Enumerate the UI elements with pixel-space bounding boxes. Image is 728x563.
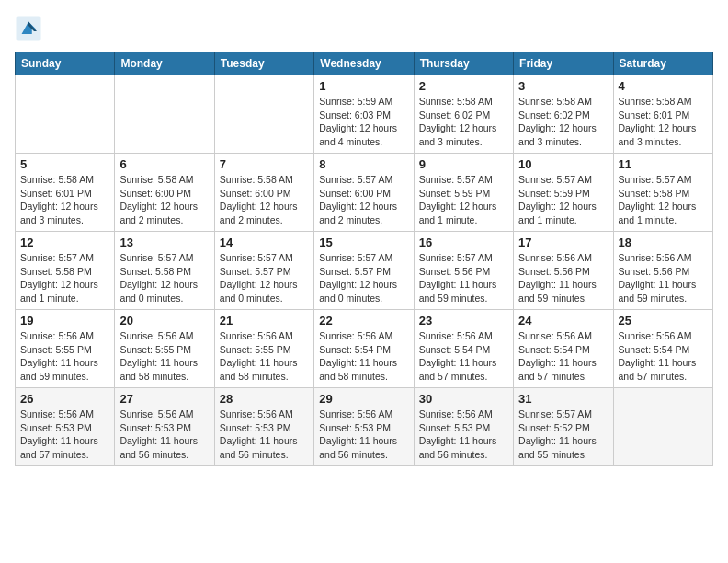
calendar-cell: 16Sunrise: 5:57 AM Sunset: 5:56 PM Dayli… — [414, 232, 513, 310]
day-info: Sunrise: 5:56 AM Sunset: 5:54 PM Dayligh… — [518, 329, 608, 384]
calendar-cell: 2Sunrise: 5:58 AM Sunset: 6:02 PM Daylig… — [414, 75, 513, 154]
logo-icon — [15, 15, 42, 42]
calendar-cell: 1Sunrise: 5:59 AM Sunset: 6:03 PM Daylig… — [314, 75, 414, 154]
calendar-week-1: 1Sunrise: 5:59 AM Sunset: 6:03 PM Daylig… — [16, 75, 713, 154]
calendar-week-3: 12Sunrise: 5:57 AM Sunset: 5:58 PM Dayli… — [16, 232, 713, 310]
calendar-cell: 9Sunrise: 5:57 AM Sunset: 5:59 PM Daylig… — [414, 154, 513, 232]
calendar-cell: 22Sunrise: 5:56 AM Sunset: 5:54 PM Dayli… — [314, 310, 414, 388]
day-number: 31 — [518, 392, 608, 406]
day-number: 27 — [119, 392, 209, 406]
day-number: 19 — [20, 314, 109, 327]
day-number: 20 — [119, 314, 209, 327]
day-info: Sunrise: 5:56 AM Sunset: 5:54 PM Dayligh… — [619, 329, 708, 384]
calendar-cell: 4Sunrise: 5:58 AM Sunset: 6:01 PM Daylig… — [613, 75, 712, 154]
day-number: 17 — [518, 236, 608, 249]
day-number: 16 — [419, 236, 508, 249]
day-number: 25 — [619, 314, 708, 327]
calendar-table: SundayMondayTuesdayWednesdayThursdayFrid… — [15, 52, 713, 466]
calendar-cell: 19Sunrise: 5:56 AM Sunset: 5:55 PM Dayli… — [16, 310, 115, 388]
weekday-header-friday: Friday — [514, 52, 613, 75]
day-info: Sunrise: 5:56 AM Sunset: 5:56 PM Dayligh… — [619, 251, 708, 305]
day-number: 22 — [319, 314, 408, 327]
day-number: 24 — [518, 314, 608, 327]
page-header — [15, 15, 713, 42]
weekday-header-tuesday: Tuesday — [214, 52, 313, 75]
day-info: Sunrise: 5:57 AM Sunset: 5:52 PM Dayligh… — [518, 408, 608, 462]
day-info: Sunrise: 5:58 AM Sunset: 6:01 PM Dayligh… — [619, 95, 708, 149]
calendar-cell: 13Sunrise: 5:57 AM Sunset: 5:58 PM Dayli… — [115, 232, 214, 310]
calendar-cell: 26Sunrise: 5:56 AM Sunset: 5:53 PM Dayli… — [16, 388, 115, 466]
day-info: Sunrise: 5:58 AM Sunset: 6:02 PM Dayligh… — [518, 95, 608, 149]
day-info: Sunrise: 5:56 AM Sunset: 5:55 PM Dayligh… — [20, 329, 109, 384]
day-info: Sunrise: 5:56 AM Sunset: 5:55 PM Dayligh… — [119, 329, 209, 384]
day-info: Sunrise: 5:56 AM Sunset: 5:53 PM Dayligh… — [119, 408, 209, 462]
calendar-cell: 24Sunrise: 5:56 AM Sunset: 5:54 PM Dayli… — [514, 310, 613, 388]
day-info: Sunrise: 5:59 AM Sunset: 6:03 PM Dayligh… — [319, 95, 408, 149]
weekday-header-thursday: Thursday — [414, 52, 513, 75]
day-info: Sunrise: 5:57 AM Sunset: 5:58 PM Dayligh… — [119, 251, 209, 305]
day-info: Sunrise: 5:56 AM Sunset: 5:56 PM Dayligh… — [518, 251, 608, 305]
day-info: Sunrise: 5:57 AM Sunset: 5:57 PM Dayligh… — [220, 251, 309, 305]
day-info: Sunrise: 5:56 AM Sunset: 5:53 PM Dayligh… — [319, 408, 408, 462]
weekday-header-sunday: Sunday — [16, 52, 115, 75]
day-info: Sunrise: 5:56 AM Sunset: 5:54 PM Dayligh… — [419, 329, 508, 384]
day-number: 7 — [220, 157, 309, 171]
calendar-cell: 17Sunrise: 5:56 AM Sunset: 5:56 PM Dayli… — [514, 232, 613, 310]
calendar-cell: 11Sunrise: 5:57 AM Sunset: 5:58 PM Dayli… — [613, 154, 712, 232]
calendar-cell: 28Sunrise: 5:56 AM Sunset: 5:53 PM Dayli… — [214, 388, 313, 466]
calendar-cell: 23Sunrise: 5:56 AM Sunset: 5:54 PM Dayli… — [414, 310, 513, 388]
calendar-header: SundayMondayTuesdayWednesdayThursdayFrid… — [16, 52, 713, 75]
calendar-cell: 30Sunrise: 5:56 AM Sunset: 5:53 PM Dayli… — [414, 388, 513, 466]
day-number: 5 — [20, 157, 109, 171]
day-info: Sunrise: 5:57 AM Sunset: 5:57 PM Dayligh… — [319, 251, 408, 305]
day-info: Sunrise: 5:56 AM Sunset: 5:53 PM Dayligh… — [220, 408, 309, 462]
calendar-cell — [214, 75, 313, 154]
day-number: 14 — [220, 236, 309, 249]
day-number: 3 — [518, 79, 608, 93]
day-number: 1 — [319, 79, 408, 93]
calendar-cell — [115, 75, 214, 154]
day-info: Sunrise: 5:56 AM Sunset: 5:55 PM Dayligh… — [220, 329, 309, 384]
calendar-cell: 31Sunrise: 5:57 AM Sunset: 5:52 PM Dayli… — [514, 388, 613, 466]
day-number: 8 — [319, 157, 408, 171]
day-info: Sunrise: 5:58 AM Sunset: 6:01 PM Dayligh… — [20, 173, 109, 227]
calendar-cell: 15Sunrise: 5:57 AM Sunset: 5:57 PM Dayli… — [314, 232, 414, 310]
calendar-cell — [613, 388, 712, 466]
calendar-cell — [16, 75, 115, 154]
day-info: Sunrise: 5:56 AM Sunset: 5:53 PM Dayligh… — [419, 408, 508, 462]
day-info: Sunrise: 5:56 AM Sunset: 5:54 PM Dayligh… — [319, 329, 408, 384]
calendar-week-5: 26Sunrise: 5:56 AM Sunset: 5:53 PM Dayli… — [16, 388, 713, 466]
day-number: 23 — [419, 314, 508, 327]
day-info: Sunrise: 5:57 AM Sunset: 5:59 PM Dayligh… — [419, 173, 508, 227]
day-number: 26 — [20, 392, 109, 406]
day-number: 13 — [119, 236, 209, 249]
day-number: 15 — [319, 236, 408, 249]
day-number: 11 — [619, 157, 708, 171]
calendar-cell: 10Sunrise: 5:57 AM Sunset: 5:59 PM Dayli… — [514, 154, 613, 232]
calendar-cell: 27Sunrise: 5:56 AM Sunset: 5:53 PM Dayli… — [115, 388, 214, 466]
day-number: 30 — [419, 392, 508, 406]
day-number: 18 — [619, 236, 708, 249]
calendar-cell: 21Sunrise: 5:56 AM Sunset: 5:55 PM Dayli… — [214, 310, 313, 388]
day-number: 6 — [119, 157, 209, 171]
day-number: 4 — [619, 79, 708, 93]
day-number: 21 — [220, 314, 309, 327]
weekday-header-monday: Monday — [115, 52, 214, 75]
day-number: 12 — [20, 236, 109, 249]
calendar-cell: 20Sunrise: 5:56 AM Sunset: 5:55 PM Dayli… — [115, 310, 214, 388]
day-number: 28 — [220, 392, 309, 406]
calendar-cell: 18Sunrise: 5:56 AM Sunset: 5:56 PM Dayli… — [613, 232, 712, 310]
day-info: Sunrise: 5:57 AM Sunset: 5:58 PM Dayligh… — [619, 173, 708, 227]
calendar-cell: 8Sunrise: 5:57 AM Sunset: 6:00 PM Daylig… — [314, 154, 414, 232]
calendar-week-4: 19Sunrise: 5:56 AM Sunset: 5:55 PM Dayli… — [16, 310, 713, 388]
day-info: Sunrise: 5:57 AM Sunset: 5:58 PM Dayligh… — [20, 251, 109, 305]
weekday-header-wednesday: Wednesday — [314, 52, 414, 75]
calendar-cell: 14Sunrise: 5:57 AM Sunset: 5:57 PM Dayli… — [214, 232, 313, 310]
calendar-cell: 7Sunrise: 5:58 AM Sunset: 6:00 PM Daylig… — [214, 154, 313, 232]
calendar-cell: 12Sunrise: 5:57 AM Sunset: 5:58 PM Dayli… — [16, 232, 115, 310]
calendar-cell: 5Sunrise: 5:58 AM Sunset: 6:01 PM Daylig… — [16, 154, 115, 232]
day-info: Sunrise: 5:57 AM Sunset: 5:56 PM Dayligh… — [419, 251, 508, 305]
calendar-week-2: 5Sunrise: 5:58 AM Sunset: 6:01 PM Daylig… — [16, 154, 713, 232]
day-info: Sunrise: 5:58 AM Sunset: 6:02 PM Dayligh… — [419, 95, 508, 149]
day-info: Sunrise: 5:56 AM Sunset: 5:53 PM Dayligh… — [20, 408, 109, 462]
